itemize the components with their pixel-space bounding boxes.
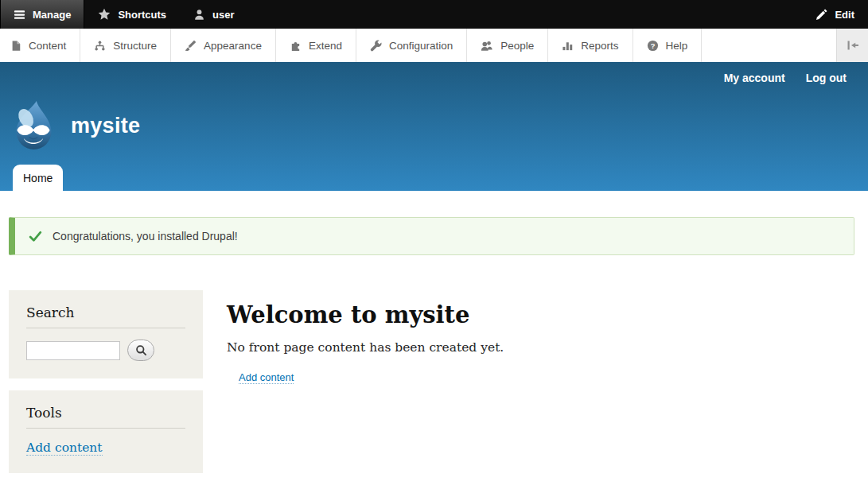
pencil-icon: [815, 9, 827, 21]
admin-tab-label: Reports: [581, 40, 618, 52]
status-message-text: Congratulations, you installed Drupal!: [53, 230, 238, 243]
search-form: [26, 340, 185, 361]
paintbrush-icon: [185, 40, 197, 52]
tools-block-title: Tools: [26, 405, 185, 429]
admin-tab-label: Configuration: [389, 40, 453, 52]
toolbar-shortcuts-label: Shortcuts: [118, 9, 166, 21]
puzzle-icon: [290, 40, 302, 52]
add-content-link[interactable]: Add content: [239, 371, 294, 384]
checkmark-icon: [29, 231, 42, 243]
admin-tab-content[interactable]: Content: [0, 29, 80, 62]
search-block-title: Search: [26, 305, 185, 328]
sidebar: Search Tools Add content: [9, 290, 203, 485]
search-block: Search: [9, 290, 203, 378]
admin-tab-label: Appearance: [204, 40, 262, 52]
admin-tab-label: Structure: [113, 40, 157, 52]
admin-tab-extend[interactable]: Extend: [276, 29, 356, 62]
action-link-item: Add content: [239, 370, 854, 384]
main-content: Welcome to mysite No front page content …: [203, 290, 854, 384]
admin-tab-label: Extend: [309, 40, 342, 52]
admin-tab-label: Help: [666, 40, 688, 52]
toolbar-user-label: user: [212, 9, 234, 21]
user-icon: [193, 9, 205, 21]
site-name[interactable]: mysite: [71, 114, 140, 138]
tools-block: Tools Add content: [9, 390, 203, 473]
empty-front-page-text: No front page content has been created y…: [227, 339, 854, 356]
home-tab[interactable]: Home: [13, 165, 63, 191]
admin-menu-bar: Content Structure Appearance Extend Conf…: [0, 29, 868, 62]
secondary-menu: My account Log out: [724, 72, 847, 84]
wrench-icon: [370, 40, 382, 52]
status-message: Congratulations, you installed Drupal!: [9, 217, 854, 255]
toolbar-manage-tab[interactable]: Manage: [0, 0, 84, 29]
tools-add-content-link[interactable]: Add content: [26, 440, 103, 456]
admin-tab-appearance[interactable]: Appearance: [171, 29, 276, 62]
star-icon: [98, 8, 111, 21]
search-input[interactable]: [26, 341, 120, 360]
contextual-edit-button[interactable]: Edit: [802, 0, 868, 29]
toolbar-orientation-toggle[interactable]: [836, 29, 868, 62]
svg-text:?: ?: [650, 41, 655, 49]
action-links: Add content: [239, 370, 854, 384]
log-out-link[interactable]: Log out: [806, 72, 847, 84]
admin-tab-people[interactable]: People: [467, 29, 548, 62]
admin-toolbar-left: Manage Shortcuts user: [0, 0, 248, 29]
page-content: Search Tools Add content Welcome to mysi…: [0, 255, 868, 485]
contextual-edit-label: Edit: [835, 9, 854, 21]
page-title: Welcome to mysite: [227, 301, 854, 328]
sitemap-icon: [94, 40, 106, 52]
my-account-link[interactable]: My account: [724, 72, 785, 84]
collapse-left-icon: [847, 39, 859, 52]
document-icon: [10, 40, 21, 52]
admin-toolbar: Manage Shortcuts user Edit: [0, 0, 868, 29]
admin-tab-help[interactable]: ? Help: [633, 29, 703, 62]
people-icon: [481, 40, 493, 52]
admin-tab-label: People: [500, 40, 534, 52]
toolbar-shortcuts-tab[interactable]: Shortcuts: [84, 0, 180, 29]
help-icon: ?: [647, 40, 659, 52]
admin-tab-structure[interactable]: Structure: [80, 29, 171, 62]
druplicon-logo[interactable]: [10, 100, 57, 151]
admin-tab-configuration[interactable]: Configuration: [356, 29, 467, 62]
site-branding: mysite: [10, 100, 140, 151]
site-header: My account Log out mysite Home: [0, 62, 868, 191]
bar-chart-icon: [562, 40, 574, 52]
admin-tab-reports[interactable]: Reports: [548, 29, 633, 62]
toolbar-user-tab[interactable]: user: [180, 0, 247, 29]
admin-tab-label: Content: [29, 40, 66, 52]
search-icon: [135, 344, 147, 356]
menu-icon: [14, 9, 25, 21]
toolbar-manage-label: Manage: [33, 9, 71, 21]
search-submit-button[interactable]: [127, 340, 154, 361]
